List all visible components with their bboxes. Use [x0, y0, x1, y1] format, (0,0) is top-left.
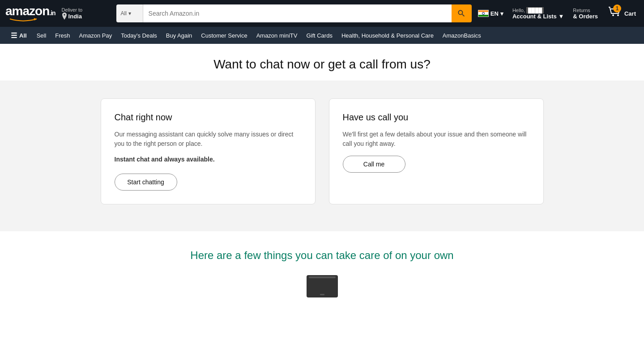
nav-item-sell[interactable]: Sell [32, 27, 51, 44]
returns-orders-section[interactable]: Returns & Orders [570, 6, 601, 21]
location-icon [62, 13, 67, 20]
page-title: Want to chat now or get a call from us? [9, 57, 635, 72]
nav-item-customer-service[interactable]: Customer Service [196, 27, 252, 44]
call-card-description: We'll first get a few details about your… [343, 130, 530, 149]
logo-text: amazon.in [5, 5, 55, 17]
nav-item-gift-cards[interactable]: Gift Cards [302, 27, 337, 44]
account-section[interactable]: Hello, ████ Account & Lists ▼ [510, 6, 567, 21]
bottom-title: Here are a few things you can take care … [9, 249, 635, 262]
cart-icon-wrapper: 1 [607, 5, 623, 21]
account-lists-label: Account & Lists ▼ [512, 13, 564, 20]
cart-label: Cart [624, 10, 636, 17]
chevron-down-icon: ▾ [500, 10, 503, 17]
svg-point-1 [612, 14, 614, 16]
nav-item-buy-again[interactable]: Buy Again [162, 27, 197, 44]
page-title-section: Want to chat now or get a call from us? [0, 44, 644, 81]
nav-item-amazonpay[interactable]: Amazon Pay [75, 27, 117, 44]
account-name-placeholder: ████ [526, 7, 544, 13]
nav-item-fresh[interactable]: Fresh [51, 27, 74, 44]
chevron-down-icon: ▾ [128, 10, 131, 17]
nav-all-label: All [19, 32, 27, 39]
call-card-title: Have us call you [343, 112, 530, 123]
chat-card: Chat right now Our messaging assistant c… [101, 98, 316, 204]
cards-section: Chat right now Our messaging assistant c… [0, 81, 644, 231]
logo-suffix: .in [49, 9, 55, 17]
language-label: EN [490, 10, 499, 17]
location-text: India [68, 13, 82, 20]
india-flag-icon [478, 10, 489, 17]
header: amazon.in Deliver to India All ▾ [0, 0, 644, 27]
call-me-button[interactable]: Call me [343, 156, 405, 173]
deliver-to-section[interactable]: Deliver to India [59, 5, 113, 21]
search-input[interactable] [143, 4, 452, 22]
svg-point-2 [617, 14, 619, 16]
hamburger-icon: ☰ [11, 31, 17, 40]
nav-item-minitv[interactable]: Amazon miniTV [252, 27, 302, 44]
search-icon [457, 9, 466, 18]
logo-smile-icon [5, 17, 41, 22]
cart-count-badge: 1 [613, 4, 621, 13]
device-icon [307, 275, 338, 297]
chat-card-highlight: Instant chat and always available. [115, 156, 302, 163]
chat-card-description: Our messaging assistant can quickly solv… [115, 130, 302, 149]
cart-section[interactable]: 1 Cart [604, 4, 639, 23]
chat-card-title: Chat right now [115, 112, 302, 123]
account-hello: Hello, ████ [512, 8, 564, 13]
orders-label: & Orders [573, 13, 598, 20]
navbar: ☰ All Sell Fresh Amazon Pay Today's Deal… [0, 27, 644, 44]
bottom-icon-area [9, 275, 635, 297]
returns-label: Returns [573, 8, 598, 13]
language-selector[interactable]: EN ▾ [475, 8, 506, 19]
nav-item-todays-deals[interactable]: Today's Deals [116, 27, 162, 44]
search-button[interactable] [452, 4, 472, 22]
search-category-selector[interactable]: All ▾ [116, 4, 143, 22]
search-category-label: All [121, 10, 127, 17]
nav-all[interactable]: ☰ All [5, 27, 32, 44]
amazon-logo[interactable]: amazon.in [5, 5, 55, 22]
nav-item-health[interactable]: Health, Household & Personal Care [337, 27, 438, 44]
call-card: Have us call you We'll first get a few d… [329, 98, 544, 204]
bottom-section: Here are a few things you can take care … [0, 231, 644, 315]
deliver-location: India [62, 13, 82, 20]
deliver-label: Deliver to [62, 7, 82, 13]
nav-item-amazonbasics[interactable]: AmazonBasics [438, 27, 486, 44]
start-chatting-button[interactable]: Start chatting [115, 174, 177, 191]
search-bar: All ▾ [116, 4, 472, 22]
